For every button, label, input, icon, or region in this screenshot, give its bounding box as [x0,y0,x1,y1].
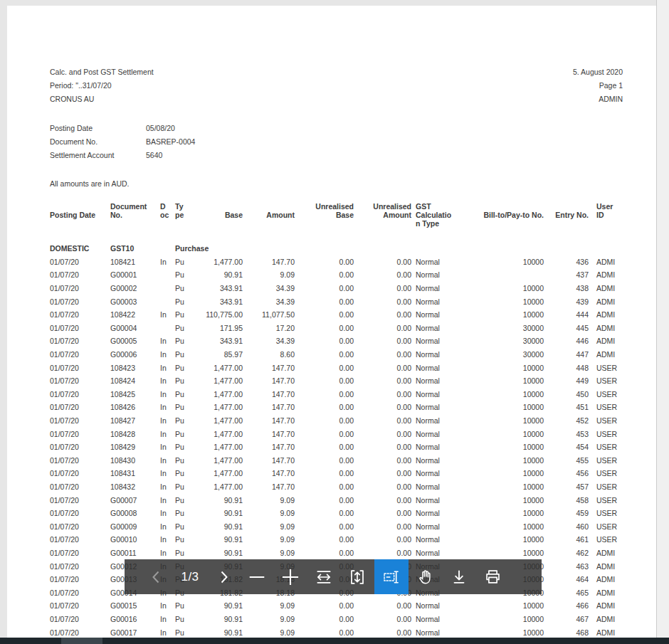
report-date: 5. August 2020 [573,65,623,79]
cell: 01/07/20 [50,430,110,438]
cell: USER [589,376,625,385]
cell: In [159,522,173,531]
minus-icon [248,568,266,586]
cell: 01/07/20 [50,496,110,505]
cell: 01/07/20 [50,350,110,359]
print-icon [483,567,502,586]
fit-to-width-button[interactable] [307,559,340,594]
horizontal-scrollbar-track[interactable] [0,638,669,644]
cell: 108421 [110,258,159,266]
cell: 10000 [461,522,544,531]
cell: 0.00 [295,522,354,531]
previous-page-button[interactable] [140,559,173,594]
cell: Pu [173,403,189,411]
cell: In [159,258,173,266]
cell: Pu [173,350,189,359]
table-row: 01/07/20108421InPu1,477.00147.700.000.00… [50,255,625,269]
table-row: 01/07/20G00006InPu85.978.600.000.00Norma… [50,348,625,361]
cell: In [159,430,173,438]
cell: In [159,615,173,623]
zoom-out-button[interactable] [241,559,273,594]
col-unrealised-base: Unrealised Base [295,202,354,219]
cell: 447 [544,350,589,359]
pan-tool-button[interactable] [409,559,442,594]
cell: 0.00 [295,509,354,517]
cell: G00003 [110,297,159,306]
cell: Pu [173,615,189,623]
cell: 0.00 [295,601,354,610]
cell: 0.00 [295,324,354,332]
cell: 01/07/20 [50,297,110,306]
cell: 108431 [110,469,159,477]
cell: 10000 [461,310,544,319]
cell: Pu [173,258,189,266]
cell: 456 [544,469,589,477]
vertical-scrollbar-track[interactable] [656,0,669,638]
cell: Pu [173,628,189,637]
cell: USER [589,509,625,517]
cell: 108426 [110,403,159,411]
cell: 01/07/20 [50,509,110,517]
download-button[interactable] [443,559,475,594]
cell: USER [589,456,625,465]
cell: 108427 [110,416,159,425]
cell: 01/07/20 [50,482,110,491]
cell: 90.91 [189,535,243,544]
cell: G00006 [110,350,159,359]
info-label: Posting Date [50,122,146,135]
cell: 01/07/20 [50,522,110,531]
cell: Pu [173,310,189,319]
fit-to-page-button[interactable] [341,559,374,594]
print-button[interactable] [476,559,509,594]
cell: In [159,601,173,610]
cell: 9.09 [243,496,295,505]
cell: In [159,337,173,345]
cell: 0.00 [295,416,354,425]
cell: 0.00 [354,443,411,451]
cell: 0.00 [354,350,411,359]
cell: 01/07/20 [50,403,110,411]
text-selection-button[interactable] [374,559,409,594]
table-row: 01/07/20G00002Pu343.9134.390.000.00Norma… [50,282,625,295]
cell: 108424 [110,376,159,385]
info-value: 5640 [146,149,195,162]
horizontal-scrollbar-thumb[interactable] [61,638,102,644]
zoom-in-button[interactable] [274,559,307,594]
cell: In [159,549,173,557]
cell: 1,477.00 [189,456,243,465]
cell: 454 [544,443,589,451]
cell: ADMI [589,310,625,319]
cell: USER [589,403,625,411]
cell: 1,477.00 [189,416,243,425]
cell: 0.00 [354,297,411,306]
cell: Pu [173,297,189,306]
cell: G00008 [110,509,159,517]
cell: 438 [544,284,589,292]
cell: USER [589,390,625,398]
cell: 01/07/20 [50,615,110,623]
cell: 0.00 [295,284,354,292]
cell: 9.09 [243,509,295,517]
cell: G00009 [110,522,159,531]
cell: 0.00 [354,403,411,411]
cell: 467 [544,615,589,623]
currency-note: All amounts are in AUD. [50,179,129,188]
text-selection-icon [381,568,401,586]
next-page-button[interactable] [207,559,240,594]
cell: Pu [173,270,189,279]
cell: 10000 [461,549,544,557]
cell: ADMI [589,258,625,266]
cell: 0.00 [354,390,411,398]
cell: Normal [411,443,461,451]
cell: 34.39 [243,337,295,345]
cell: 01/07/20 [50,575,110,584]
cell: 1,477.00 [189,390,243,398]
cell: 0.00 [295,535,354,544]
cell: 0.00 [354,258,411,266]
cell: 0.00 [295,628,354,637]
cell: 10000 [461,284,544,292]
cell: 108423 [110,364,159,372]
cell: 459 [544,509,589,517]
cell: 450 [544,390,589,398]
table-row: 01/07/20108431InPu1,477.00147.700.000.00… [50,467,625,480]
